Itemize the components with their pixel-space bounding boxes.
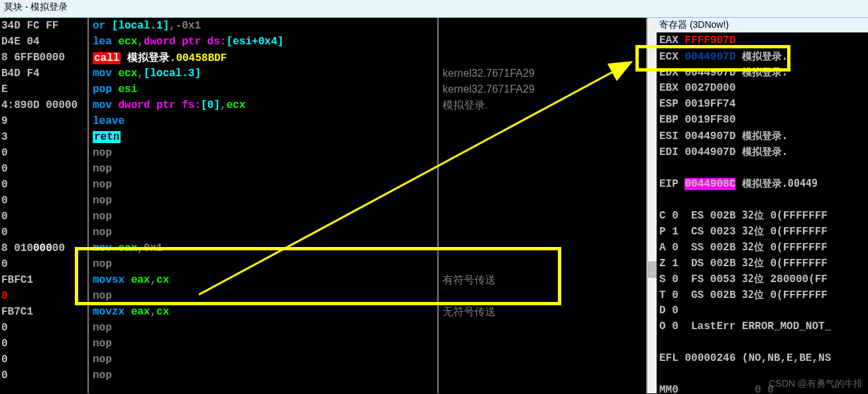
flag-a[interactable]: A 0 SS 002B 32位 0(FFFFFFF bbox=[659, 239, 868, 255]
bytes-cell: FB7C1 bbox=[1, 304, 87, 320]
asm-cell[interactable]: nop bbox=[93, 209, 437, 224]
asm-cell[interactable]: pop esi bbox=[93, 81, 437, 97]
bytes-cell: 0 bbox=[1, 352, 87, 368]
comment-cell bbox=[443, 336, 646, 352]
watermark: CSDN @有勇气的牛排 bbox=[769, 378, 863, 390]
flag-s[interactable]: S 0 FS 0053 32位 280000(FF bbox=[659, 271, 868, 287]
bytes-cell: 0 bbox=[1, 193, 87, 209]
asm-cell[interactable]: mov eax,0x1 bbox=[93, 240, 437, 256]
comment-cell bbox=[443, 240, 646, 256]
reg-line[interactable] bbox=[659, 334, 868, 350]
comment-cell: kernel32.7671FA29 bbox=[443, 66, 646, 81]
comment-column: kernel32.7671FA29kernel32.7671FA29模拟登录.有… bbox=[439, 18, 646, 393]
comment-cell: 无符号传送 bbox=[443, 304, 646, 320]
reg-efl[interactable]: EFL 00000246 (NO,NB,E,BE,NS bbox=[659, 350, 868, 366]
asm-cell[interactable]: nop bbox=[93, 224, 437, 240]
comment-cell: kernel32.7671FA29 bbox=[443, 81, 646, 97]
asm-cell[interactable]: nop bbox=[93, 320, 437, 336]
scrollbar[interactable] bbox=[647, 18, 657, 393]
asm-cell[interactable]: nop bbox=[93, 161, 437, 177]
asm-cell[interactable]: nop bbox=[93, 336, 437, 352]
asm-cell[interactable]: nop bbox=[93, 352, 437, 368]
asm-cell[interactable]: leave bbox=[93, 113, 437, 129]
asm-cell[interactable]: nop bbox=[93, 256, 437, 272]
bytes-cell: 0 bbox=[1, 224, 87, 240]
reg-line[interactable] bbox=[659, 160, 868, 175]
registers-panel[interactable]: 寄存器 (3DNow!) EAX FFFF907DECX 0044907D 模拟… bbox=[657, 18, 868, 393]
asm-cell[interactable]: retn bbox=[93, 129, 437, 145]
reg-esi[interactable]: ESI 0044907D 模拟登录. bbox=[659, 128, 868, 144]
comment-cell: 有符号传送 bbox=[443, 272, 646, 288]
comment-cell: 模拟登录. bbox=[443, 97, 646, 113]
comment-cell bbox=[443, 18, 646, 34]
comment-cell bbox=[443, 288, 646, 304]
reg-esp[interactable]: ESP 0019FF74 bbox=[659, 96, 868, 112]
reg-edx[interactable]: EDX 0044907D 模拟登录. bbox=[659, 64, 868, 80]
asm-cell[interactable]: nop bbox=[93, 145, 437, 161]
asm-cell[interactable]: lea ecx,dword ptr ds:[esi+0x4] bbox=[93, 34, 437, 50]
comment-cell bbox=[443, 320, 646, 336]
bytes-cell: 9 bbox=[1, 113, 87, 129]
comment-cell bbox=[443, 177, 646, 193]
reg-ebp[interactable]: EBP 0019FF80 bbox=[659, 112, 868, 128]
asm-cell[interactable]: call 模拟登录.00458BDF bbox=[93, 50, 437, 66]
reg-line[interactable] bbox=[659, 191, 868, 207]
reg-eax[interactable]: EAX FFFF907D bbox=[659, 32, 868, 48]
comment-cell bbox=[443, 368, 646, 383]
registers-wrapper: 寄存器 (3DNow!) EAX FFFF907DECX 0044907D 模拟… bbox=[647, 18, 868, 393]
bytes-column: 34D FC FFD4E 048 6FFB0000B4D F4E4:890D 0… bbox=[0, 18, 89, 393]
bytes-cell: 0 bbox=[1, 177, 87, 193]
bytes-cell: 3 bbox=[1, 129, 87, 145]
bytes-cell: 0 bbox=[1, 368, 87, 383]
asm-cell[interactable]: movzx eax,cx bbox=[93, 304, 437, 320]
asm-cell[interactable]: mov ecx,[local.3] bbox=[93, 66, 437, 81]
flag-p[interactable]: P 1 CS 0023 32位 0(FFFFFFF bbox=[659, 223, 868, 239]
bytes-cell: 0 bbox=[1, 256, 87, 272]
reg-edi[interactable]: EDI 0044907D 模拟登录. bbox=[659, 144, 868, 160]
bytes-cell: E bbox=[1, 81, 87, 97]
registers-title: 寄存器 (3DNow!) bbox=[657, 18, 868, 32]
bytes-cell: FBFC1 bbox=[1, 272, 87, 288]
comment-cell bbox=[443, 161, 646, 177]
flag-o[interactable]: O 0 LastErr ERROR_MOD_NOT_ bbox=[659, 319, 868, 334]
reg-ebx[interactable]: EBX 0027D000 bbox=[659, 80, 868, 96]
comment-cell bbox=[443, 224, 646, 240]
asm-cell[interactable]: nop bbox=[93, 288, 437, 304]
comment-cell bbox=[443, 256, 646, 272]
main-area: 34D FC FFD4E 048 6FFB0000B4D F4E4:890D 0… bbox=[0, 18, 868, 393]
bytes-cell: 4:890D 00000 bbox=[1, 97, 87, 113]
bytes-cell: 34D FC FF bbox=[1, 18, 87, 34]
scrollbar-thumb[interactable] bbox=[648, 262, 657, 277]
bytes-cell: 0 bbox=[1, 288, 87, 304]
bytes-cell: 0 bbox=[1, 209, 87, 224]
bytes-cell: D4E 04 bbox=[1, 34, 87, 50]
window-title: 莫块 - 模拟登录 bbox=[0, 0, 868, 18]
flag-z[interactable]: Z 1 DS 002B 32位 0(FFFFFFF bbox=[659, 255, 868, 271]
comment-cell bbox=[443, 209, 646, 224]
comment-cell bbox=[443, 352, 646, 368]
comment-cell bbox=[443, 145, 646, 161]
comment-cell bbox=[443, 129, 646, 145]
asm-cell[interactable]: mov dword ptr fs:[0],ecx bbox=[93, 97, 437, 113]
asm-cell[interactable]: movsx eax,cx bbox=[93, 272, 437, 288]
bytes-cell: 8 6FFB0000 bbox=[1, 50, 87, 66]
bytes-cell: 0 bbox=[1, 336, 87, 352]
asm-column: or [local.1],-0x1lea ecx,dword ptr ds:[e… bbox=[89, 18, 439, 393]
comment-cell bbox=[443, 113, 646, 129]
bytes-cell: 0 bbox=[1, 320, 87, 336]
reg-eip[interactable]: EIP 0044908C 模拟登录.00449 bbox=[659, 175, 868, 191]
comment-cell bbox=[443, 50, 646, 66]
comment-cell bbox=[443, 34, 646, 50]
asm-cell[interactable]: nop bbox=[93, 177, 437, 193]
disassembly-panel[interactable]: 34D FC FFD4E 048 6FFB0000B4D F4E4:890D 0… bbox=[0, 18, 647, 393]
bytes-cell: B4D F4 bbox=[1, 66, 87, 81]
flag-t[interactable]: T 0 GS 002B 32位 0(FFFFFFF bbox=[659, 287, 868, 303]
asm-cell[interactable]: or [local.1],-0x1 bbox=[93, 18, 437, 34]
flag-d[interactable]: D 0 bbox=[659, 303, 868, 319]
asm-cell[interactable]: nop bbox=[93, 193, 437, 209]
bytes-cell: 8 01000000 bbox=[1, 240, 87, 256]
reg-ecx[interactable]: ECX 0044907D 模拟登录. bbox=[659, 48, 868, 64]
asm-cell[interactable]: nop bbox=[93, 368, 437, 383]
flag-c[interactable]: C 0 ES 002B 32位 0(FFFFFFF bbox=[659, 207, 868, 223]
comment-cell bbox=[443, 193, 646, 209]
